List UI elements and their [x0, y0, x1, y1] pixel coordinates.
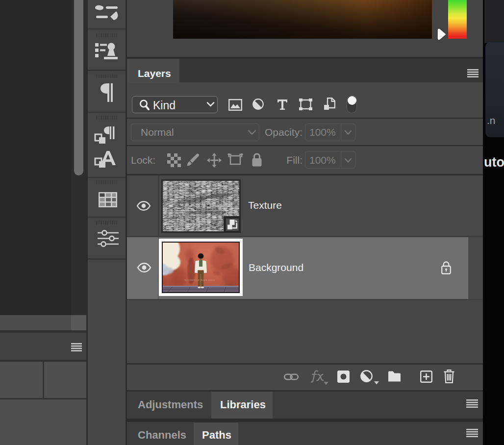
svg-text:PHOTOGRAPHY IS MY PASSION 2019: PHOTOGRAPHY IS MY PASSION 2019.05.04 [184, 279, 215, 281]
